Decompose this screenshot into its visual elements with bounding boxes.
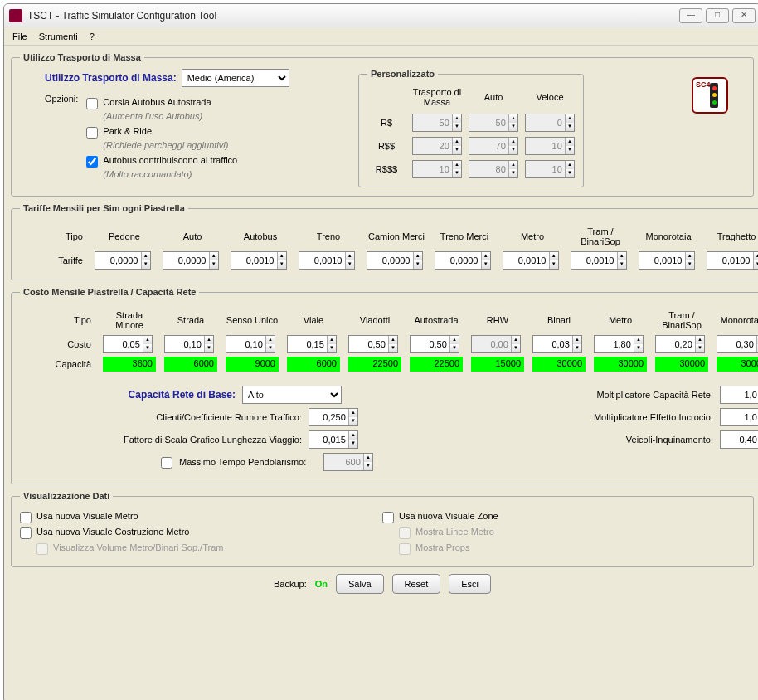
up-icon[interactable]: ▲ — [566, 161, 574, 169]
down-icon[interactable]: ▼ — [686, 260, 695, 269]
down-icon[interactable]: ▼ — [509, 123, 517, 131]
up-icon[interactable]: ▲ — [573, 336, 581, 344]
up-icon[interactable]: ▲ — [696, 336, 704, 344]
down-icon[interactable]: ▼ — [414, 260, 423, 269]
down-icon[interactable]: ▼ — [453, 146, 461, 154]
down-icon[interactable]: ▼ — [509, 146, 517, 154]
tariff-5-stepper[interactable]: ▲▼ — [435, 251, 491, 270]
down-icon[interactable]: ▼ — [210, 260, 219, 269]
down-icon[interactable]: ▼ — [143, 344, 152, 352]
down-icon[interactable]: ▼ — [266, 344, 275, 352]
opt-bus-traffic-checkbox[interactable] — [86, 156, 98, 168]
down-icon[interactable]: ▼ — [566, 169, 574, 177]
tariff-4-stepper[interactable]: ▲▼ — [367, 251, 423, 270]
cost-7-stepper[interactable]: ▲▼ — [532, 335, 582, 353]
opt-park-ride-checkbox[interactable] — [86, 127, 98, 139]
maximize-button[interactable]: □ — [706, 8, 729, 23]
menu-tools[interactable]: Strumenti — [39, 32, 78, 41]
up-icon[interactable]: ▲ — [566, 138, 574, 146]
up-icon[interactable]: ▲ — [512, 336, 520, 344]
cost-4-stepper[interactable]: ▲▼ — [348, 335, 398, 353]
reset-button[interactable]: Reset — [392, 574, 441, 594]
viz-zone-checkbox[interactable] — [382, 512, 394, 523]
up-icon[interactable]: ▲ — [754, 252, 759, 260]
tariff-9-stepper[interactable]: ▲▼ — [707, 251, 758, 270]
trip-stepper[interactable]: ▲▼ — [309, 430, 358, 449]
up-icon[interactable]: ▲ — [266, 336, 275, 344]
tariff-6-stepper[interactable]: ▲▼ — [503, 251, 559, 270]
save-button[interactable]: Salva — [336, 574, 384, 594]
mass-s3-stepper[interactable]: ▲▼ — [525, 160, 575, 178]
close-button[interactable]: ✕ — [732, 8, 756, 23]
base-capacity-select[interactable]: Alto — [242, 386, 342, 404]
tariff-7-stepper[interactable]: ▲▼ — [571, 251, 627, 270]
down-icon[interactable]: ▼ — [573, 344, 581, 352]
down-icon[interactable]: ▼ — [512, 344, 520, 352]
mass-s2-stepper[interactable]: ▲▼ — [525, 137, 575, 155]
down-icon[interactable]: ▼ — [696, 344, 704, 352]
mult-net-stepper[interactable]: ▲▼ — [720, 386, 758, 404]
mass-a3-stepper[interactable]: ▲▼ — [469, 160, 518, 178]
up-icon[interactable]: ▲ — [509, 114, 517, 123]
tariff-0-stepper[interactable]: ▲▼ — [95, 251, 151, 270]
mass-m1-stepper[interactable]: ▲▼ — [412, 114, 462, 132]
cost-6-stepper[interactable]: ▲▼ — [471, 335, 521, 353]
opt-bus-lane-checkbox[interactable] — [86, 98, 98, 109]
cost-0-stepper[interactable]: ▲▼ — [103, 335, 153, 353]
down-icon[interactable]: ▼ — [389, 344, 397, 352]
mass-s1-stepper[interactable]: ▲▼ — [525, 114, 575, 132]
up-icon[interactable]: ▲ — [550, 252, 559, 260]
down-icon[interactable]: ▼ — [142, 260, 151, 269]
cost-10-stepper[interactable]: ▲▼ — [717, 335, 758, 353]
viz-metro-checkbox[interactable] — [20, 512, 32, 523]
down-icon[interactable]: ▼ — [346, 260, 355, 269]
down-icon[interactable]: ▼ — [453, 169, 461, 177]
down-icon[interactable]: ▼ — [509, 169, 517, 177]
cost-8-stepper[interactable]: ▲▼ — [594, 335, 644, 353]
menu-file[interactable]: File — [12, 32, 27, 41]
down-icon[interactable]: ▼ — [754, 260, 759, 269]
up-icon[interactable]: ▲ — [346, 252, 355, 260]
up-icon[interactable]: ▲ — [389, 336, 397, 344]
down-icon[interactable]: ▼ — [618, 260, 627, 269]
down-icon[interactable]: ▼ — [453, 123, 461, 131]
up-icon[interactable]: ▲ — [143, 336, 152, 344]
mass-a2-stepper[interactable]: ▲▼ — [469, 137, 518, 155]
up-icon[interactable]: ▲ — [566, 114, 574, 123]
up-icon[interactable]: ▲ — [205, 336, 213, 344]
noise-stepper[interactable]: ▲▼ — [309, 408, 358, 426]
cost-3-stepper[interactable]: ▲▼ — [287, 335, 337, 353]
minimize-button[interactable]: — — [679, 8, 702, 23]
down-icon[interactable]: ▼ — [482, 260, 491, 269]
up-icon[interactable]: ▲ — [453, 161, 461, 169]
commute-stepper[interactable]: ▲▼ — [323, 453, 373, 471]
down-icon[interactable]: ▼ — [205, 344, 213, 352]
down-icon[interactable]: ▼ — [566, 146, 574, 154]
down-icon[interactable]: ▼ — [634, 344, 643, 352]
up-icon[interactable]: ▲ — [453, 114, 461, 123]
up-icon[interactable]: ▲ — [618, 252, 627, 260]
up-icon[interactable]: ▲ — [509, 161, 517, 169]
up-icon[interactable]: ▲ — [210, 252, 219, 260]
mass-a1-stepper[interactable]: ▲▼ — [469, 114, 518, 132]
cost-9-stepper[interactable]: ▲▼ — [655, 335, 705, 353]
up-icon[interactable]: ▲ — [414, 252, 423, 260]
tariff-1-stepper[interactable]: ▲▼ — [163, 251, 219, 270]
viz-metro-build-checkbox[interactable] — [20, 527, 32, 539]
up-icon[interactable]: ▲ — [142, 252, 151, 260]
tariff-3-stepper[interactable]: ▲▼ — [299, 251, 355, 270]
up-icon[interactable]: ▲ — [482, 252, 491, 260]
up-icon[interactable]: ▲ — [278, 252, 287, 260]
cost-1-stepper[interactable]: ▲▼ — [164, 335, 214, 353]
mass-m2-stepper[interactable]: ▲▼ — [412, 137, 462, 155]
down-icon[interactable]: ▼ — [550, 260, 559, 269]
mult-inc-stepper[interactable]: ▲▼ — [720, 408, 758, 426]
up-icon[interactable]: ▲ — [328, 336, 336, 344]
tariff-2-stepper[interactable]: ▲▼ — [231, 251, 287, 270]
up-icon[interactable]: ▲ — [453, 138, 461, 146]
down-icon[interactable]: ▼ — [450, 344, 459, 352]
down-icon[interactable]: ▼ — [278, 260, 287, 269]
commute-checkbox[interactable] — [161, 457, 172, 469]
veh-stepper[interactable]: ▲▼ — [720, 430, 758, 449]
exit-button[interactable]: Esci — [449, 574, 491, 594]
